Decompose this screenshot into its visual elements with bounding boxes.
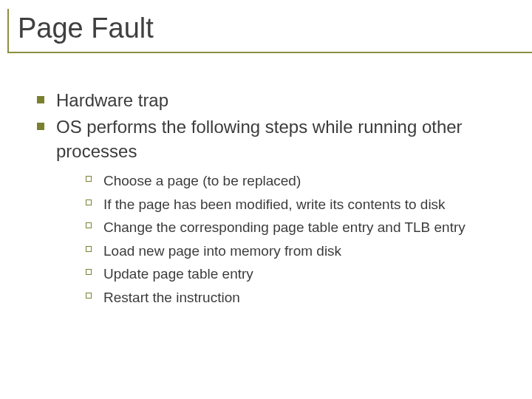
content-area: Hardware trap OS performs the following … <box>35 89 508 310</box>
slide: Page Fault Hardware trap OS performs the… <box>0 0 532 399</box>
list-item: If the page has been modified, write its… <box>84 194 508 215</box>
sub-bullet-text: If the page has been modified, write its… <box>103 197 446 212</box>
bullet-list: Hardware trap OS performs the following … <box>35 89 508 307</box>
sub-bullet-list: Choose a page (to be replaced) If the pa… <box>56 171 508 307</box>
list-item: Change the corresponding page table entr… <box>84 217 508 238</box>
list-item: Load new page into memory from disk <box>84 241 508 262</box>
bullet-text: OS performs the following steps while ru… <box>56 117 463 160</box>
list-item: OS performs the following steps while ru… <box>35 115 508 307</box>
sub-bullet-text: Restart the instruction <box>103 290 240 305</box>
sub-bullet-text: Update page table entry <box>103 266 253 282</box>
list-item: Hardware trap <box>35 89 508 112</box>
list-item: Update page table entry <box>84 264 508 284</box>
bullet-text: Hardware trap <box>56 90 168 110</box>
sub-bullet-text: Choose a page (to be replaced) <box>103 173 301 188</box>
title-container: Page Fault <box>7 9 532 53</box>
sub-bullet-text: Change the corresponding page table entr… <box>103 219 466 235</box>
list-item: Restart the instruction <box>84 287 508 308</box>
list-item: Choose a page (to be replaced) <box>84 171 508 191</box>
slide-title: Page Fault <box>18 13 528 44</box>
sub-bullet-text: Load new page into memory from disk <box>103 243 341 259</box>
